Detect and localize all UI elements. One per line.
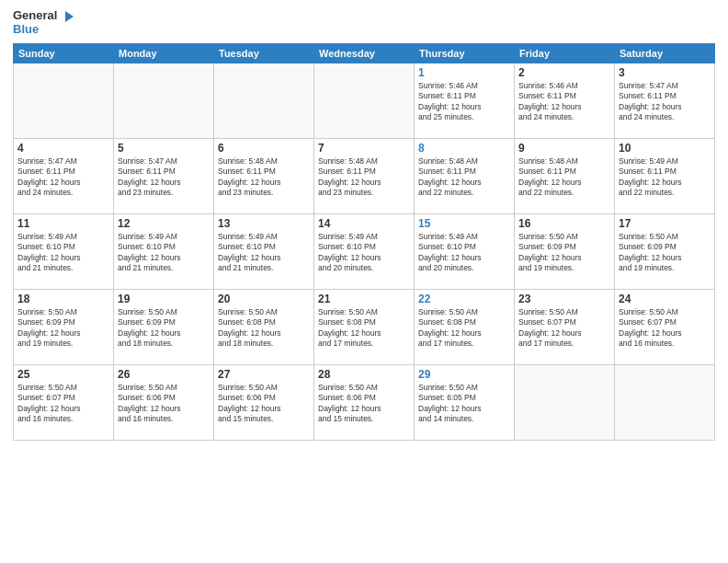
calendar-cell: 1Sunrise: 5:46 AM Sunset: 6:11 PM Daylig… — [415, 63, 515, 138]
day-number: 11 — [17, 217, 109, 230]
day-number: 5 — [118, 142, 210, 155]
day-number: 25 — [17, 368, 109, 381]
calendar-cell: 29Sunrise: 5:50 AM Sunset: 6:05 PM Dayli… — [415, 364, 515, 440]
day-number: 18 — [17, 293, 109, 305]
week-row-4: 18Sunrise: 5:50 AM Sunset: 6:09 PM Dayli… — [14, 289, 715, 364]
cell-info: Sunrise: 5:46 AM Sunset: 6:11 PM Dayligh… — [518, 81, 610, 123]
calendar-cell — [14, 63, 114, 138]
calendar-cell: 21Sunrise: 5:50 AM Sunset: 6:08 PM Dayli… — [314, 289, 415, 364]
calendar-cell: 6Sunrise: 5:48 AM Sunset: 6:11 PM Daylig… — [214, 138, 314, 213]
cell-info: Sunrise: 5:50 AM Sunset: 6:07 PM Dayligh… — [518, 307, 610, 350]
cell-info: Sunrise: 5:49 AM Sunset: 6:10 PM Dayligh… — [418, 232, 510, 274]
calendar-cell: 28Sunrise: 5:50 AM Sunset: 6:06 PM Dayli… — [314, 364, 415, 440]
column-header-saturday: Saturday — [615, 43, 715, 63]
day-number: 9 — [518, 142, 610, 155]
calendar-cell — [615, 364, 715, 440]
logo: General Blue — [13, 9, 74, 36]
week-row-5: 25Sunrise: 5:50 AM Sunset: 6:07 PM Dayli… — [14, 364, 715, 440]
calendar-cell: 17Sunrise: 5:50 AM Sunset: 6:09 PM Dayli… — [615, 213, 715, 289]
calendar-cell: 15Sunrise: 5:49 AM Sunset: 6:10 PM Dayli… — [415, 213, 515, 289]
calendar-cell: 14Sunrise: 5:49 AM Sunset: 6:10 PM Dayli… — [314, 213, 415, 289]
cell-info: Sunrise: 5:49 AM Sunset: 6:10 PM Dayligh… — [318, 232, 410, 274]
calendar-cell: 4Sunrise: 5:47 AM Sunset: 6:11 PM Daylig… — [14, 138, 114, 213]
day-number: 23 — [518, 293, 610, 305]
day-number: 15 — [418, 217, 510, 230]
cell-info: Sunrise: 5:47 AM Sunset: 6:11 PM Dayligh… — [619, 81, 711, 123]
calendar-cell — [214, 63, 314, 138]
day-number: 24 — [619, 293, 711, 305]
day-number: 12 — [118, 217, 210, 230]
cell-info: Sunrise: 5:50 AM Sunset: 6:07 PM Dayligh… — [619, 307, 711, 350]
cell-info: Sunrise: 5:50 AM Sunset: 6:05 PM Dayligh… — [418, 383, 510, 425]
calendar-cell: 9Sunrise: 5:48 AM Sunset: 6:11 PM Daylig… — [515, 138, 615, 213]
cell-info: Sunrise: 5:49 AM Sunset: 6:10 PM Dayligh… — [17, 232, 109, 274]
calendar-cell: 7Sunrise: 5:48 AM Sunset: 6:11 PM Daylig… — [314, 138, 415, 213]
column-header-thursday: Thursday — [415, 43, 515, 63]
column-header-sunday: Sunday — [14, 43, 114, 63]
week-row-2: 4Sunrise: 5:47 AM Sunset: 6:11 PM Daylig… — [14, 138, 715, 213]
calendar-cell — [314, 63, 415, 138]
cell-info: Sunrise: 5:46 AM Sunset: 6:11 PM Dayligh… — [418, 81, 510, 123]
calendar-cell: 10Sunrise: 5:49 AM Sunset: 6:11 PM Dayli… — [615, 138, 715, 213]
cell-info: Sunrise: 5:50 AM Sunset: 6:08 PM Dayligh… — [318, 307, 410, 350]
cell-info: Sunrise: 5:48 AM Sunset: 6:11 PM Dayligh… — [218, 156, 310, 199]
cell-info: Sunrise: 5:48 AM Sunset: 6:11 PM Dayligh… — [518, 156, 610, 199]
cell-info: Sunrise: 5:49 AM Sunset: 6:11 PM Dayligh… — [619, 156, 711, 199]
day-number: 13 — [218, 217, 310, 230]
day-number: 14 — [318, 217, 410, 230]
day-number: 22 — [418, 293, 510, 305]
day-number: 3 — [619, 66, 711, 79]
day-number: 19 — [118, 293, 210, 305]
calendar-cell: 5Sunrise: 5:47 AM Sunset: 6:11 PM Daylig… — [114, 138, 214, 213]
day-number: 29 — [418, 368, 510, 381]
calendar-cell: 13Sunrise: 5:49 AM Sunset: 6:10 PM Dayli… — [214, 213, 314, 289]
day-number: 1 — [418, 66, 510, 79]
calendar-cell: 16Sunrise: 5:50 AM Sunset: 6:09 PM Dayli… — [515, 213, 615, 289]
cell-info: Sunrise: 5:50 AM Sunset: 6:08 PM Dayligh… — [218, 307, 310, 350]
calendar-cell: 11Sunrise: 5:49 AM Sunset: 6:10 PM Dayli… — [14, 213, 114, 289]
calendar-cell: 27Sunrise: 5:50 AM Sunset: 6:06 PM Dayli… — [214, 364, 314, 440]
cell-info: Sunrise: 5:50 AM Sunset: 6:06 PM Dayligh… — [218, 383, 310, 425]
cell-info: Sunrise: 5:47 AM Sunset: 6:11 PM Dayligh… — [17, 156, 109, 199]
calendar-cell: 20Sunrise: 5:50 AM Sunset: 6:08 PM Dayli… — [214, 289, 314, 364]
day-number: 17 — [619, 217, 711, 230]
day-number: 10 — [619, 142, 711, 155]
calendar-cell — [114, 63, 214, 138]
column-header-friday: Friday — [515, 43, 615, 63]
day-number: 27 — [218, 368, 310, 381]
page-container: General Blue SundayMondayTuesdayWednesda… — [0, 0, 728, 446]
day-number: 7 — [318, 142, 410, 155]
cell-info: Sunrise: 5:50 AM Sunset: 6:09 PM Dayligh… — [118, 307, 210, 350]
day-number: 28 — [318, 368, 410, 381]
cell-info: Sunrise: 5:50 AM Sunset: 6:08 PM Dayligh… — [418, 307, 510, 350]
calendar-cell: 8Sunrise: 5:48 AM Sunset: 6:11 PM Daylig… — [415, 138, 515, 213]
logo-text: General Blue — [13, 9, 74, 36]
day-number: 16 — [518, 217, 610, 230]
calendar-cell: 25Sunrise: 5:50 AM Sunset: 6:07 PM Dayli… — [14, 364, 114, 440]
cell-info: Sunrise: 5:48 AM Sunset: 6:11 PM Dayligh… — [318, 156, 410, 199]
cell-info: Sunrise: 5:50 AM Sunset: 6:06 PM Dayligh… — [118, 383, 210, 425]
day-number: 6 — [218, 142, 310, 155]
calendar-cell: 12Sunrise: 5:49 AM Sunset: 6:10 PM Dayli… — [114, 213, 214, 289]
calendar-cell: 2Sunrise: 5:46 AM Sunset: 6:11 PM Daylig… — [515, 63, 615, 138]
column-header-monday: Monday — [114, 43, 214, 63]
calendar-cell — [515, 364, 615, 440]
cell-info: Sunrise: 5:50 AM Sunset: 6:09 PM Dayligh… — [17, 307, 109, 350]
calendar-cell: 23Sunrise: 5:50 AM Sunset: 6:07 PM Dayli… — [515, 289, 615, 364]
cell-info: Sunrise: 5:50 AM Sunset: 6:06 PM Dayligh… — [318, 383, 410, 425]
calendar-table: SundayMondayTuesdayWednesdayThursdayFrid… — [13, 43, 715, 441]
svg-marker-0 — [65, 11, 74, 22]
calendar-cell: 19Sunrise: 5:50 AM Sunset: 6:09 PM Dayli… — [114, 289, 214, 364]
cell-info: Sunrise: 5:50 AM Sunset: 6:09 PM Dayligh… — [518, 232, 610, 274]
day-number: 2 — [518, 66, 610, 79]
logo-arrow-icon — [62, 10, 74, 23]
cell-info: Sunrise: 5:49 AM Sunset: 6:10 PM Dayligh… — [218, 232, 310, 274]
cell-info: Sunrise: 5:48 AM Sunset: 6:11 PM Dayligh… — [418, 156, 510, 199]
cell-info: Sunrise: 5:49 AM Sunset: 6:10 PM Dayligh… — [118, 232, 210, 274]
column-header-wednesday: Wednesday — [314, 43, 415, 63]
day-number: 20 — [218, 293, 310, 305]
week-row-1: 1Sunrise: 5:46 AM Sunset: 6:11 PM Daylig… — [14, 63, 715, 138]
column-header-tuesday: Tuesday — [214, 43, 314, 63]
cell-info: Sunrise: 5:50 AM Sunset: 6:09 PM Dayligh… — [619, 232, 711, 274]
calendar-cell: 22Sunrise: 5:50 AM Sunset: 6:08 PM Dayli… — [415, 289, 515, 364]
